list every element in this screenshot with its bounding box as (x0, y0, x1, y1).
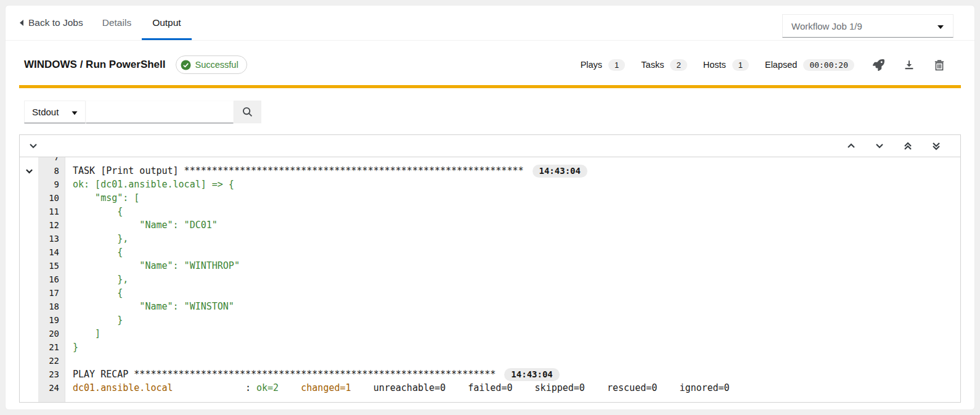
console-line: 20 ] (20, 327, 960, 340)
stat-elapsed: Elapsed 00:00:20 (765, 59, 854, 71)
line-text: }, (65, 232, 128, 245)
tab-output[interactable]: Output (142, 6, 192, 40)
console-line: 15 "Name": "WINTHROP" (20, 259, 960, 273)
line-number[interactable]: 15 (38, 259, 65, 273)
relaunch-button[interactable] (873, 59, 884, 71)
rocket-icon (873, 59, 884, 71)
output-viewport[interactable]: 7 8TASK [Print output] *****************… (20, 157, 960, 402)
scroll-previous-button[interactable] (847, 143, 855, 149)
job-output-page: Back to Jobs Details Output Workflow Job… (5, 5, 975, 410)
workflow-job-select-value: Workflow Job 1/9 (791, 21, 862, 31)
console-line: 12 "Name": "DC01" (20, 218, 960, 232)
job-title: WINDOWS / Run PowerShell (24, 59, 166, 71)
delete-job-button[interactable] (934, 59, 945, 71)
search-button[interactable] (234, 101, 261, 123)
job-header: WINDOWS / Run PowerShell Successful Play… (6, 41, 974, 85)
line-number[interactable]: 18 (38, 300, 65, 313)
line-number[interactable]: 11 (38, 205, 65, 218)
scroll-to-bottom-button[interactable] (932, 142, 941, 150)
line-number[interactable]: 23 (38, 368, 65, 381)
line-text: { (65, 286, 123, 300)
stdout-filter-select[interactable]: Stdout (24, 101, 86, 123)
console-line: 10 "msg": [ (20, 191, 960, 205)
chevron-down-icon (937, 21, 944, 31)
line-number[interactable]: 12 (38, 218, 65, 232)
expand-task-chevron-icon (25, 168, 33, 174)
console-line: 22 (20, 354, 960, 368)
plays-count-badge: 1 (608, 59, 625, 71)
line-number[interactable]: 9 (38, 178, 65, 191)
chevron-down-icon (29, 143, 38, 149)
line-text: PLAY RECAP *****************************… (65, 368, 560, 381)
stdout-filter-value: Stdout (32, 107, 59, 117)
expand-task-toggle[interactable] (20, 168, 38, 174)
line-number[interactable]: 8 (38, 164, 65, 178)
line-number[interactable]: 24 (38, 381, 65, 395)
line-text: "Name": "DC01" (65, 218, 218, 232)
back-to-jobs-link[interactable]: Back to Jobs (19, 6, 92, 40)
line-number[interactable]: 14 (38, 245, 65, 259)
timestamp-badge: 14:43:04 (533, 165, 587, 178)
double-chevron-down-icon (932, 142, 941, 150)
line-number[interactable]: 20 (38, 327, 65, 340)
line-text: ok: [dc01.ansible.local] => { (65, 178, 234, 191)
stat-plays: Plays 1 (581, 59, 626, 71)
console-line: 21} (20, 340, 960, 354)
console-line: 16 }, (20, 273, 960, 286)
line-number[interactable]: 13 (38, 232, 65, 245)
status-badge[interactable]: Successful (176, 55, 247, 74)
line-text: { (65, 245, 123, 259)
line-number[interactable]: 10 (38, 191, 65, 205)
line-text: } (65, 313, 123, 327)
scroll-next-button[interactable] (875, 143, 884, 149)
tab-details[interactable]: Details (92, 6, 142, 40)
double-chevron-up-icon (904, 142, 912, 150)
console-line: 14 { (20, 245, 960, 259)
console-line: 13 }, (20, 232, 960, 245)
line-number[interactable]: 16 (38, 273, 65, 286)
download-icon (904, 59, 915, 70)
scroll-controls (847, 142, 941, 150)
chevron-down-icon (875, 143, 884, 149)
console-line: 19 } (20, 313, 960, 327)
stat-tasks: Tasks 2 (641, 59, 687, 71)
job-actions (873, 59, 945, 71)
job-stats: Plays 1 Tasks 2 Hosts 1 Elapsed 00:00:20 (581, 59, 854, 71)
console-line: 9ok: [dc01.ansible.local] => { (20, 178, 960, 191)
line-text: TASK [Print output] ********************… (65, 164, 587, 178)
line-number[interactable]: 21 (38, 340, 65, 354)
line-text: "Name": "WINSTON" (65, 300, 234, 313)
console-line: 11 { (20, 205, 960, 218)
line-number[interactable]: 17 (38, 286, 65, 300)
line-text: }, (65, 273, 128, 286)
back-caret-icon (19, 19, 24, 27)
search-icon (242, 107, 253, 117)
line-text: } (65, 340, 78, 354)
scroll-to-top-button[interactable] (904, 142, 912, 150)
success-check-icon (181, 60, 191, 70)
trash-icon (934, 59, 945, 71)
console-line: 24dc01.ansible.local : ok=2 changed=1 un… (20, 381, 960, 395)
line-text: { (65, 205, 123, 218)
tab-bar: Back to Jobs Details Output Workflow Job… (6, 6, 974, 41)
line-number[interactable]: 19 (38, 313, 65, 327)
chevron-down-icon (71, 107, 78, 117)
line-number[interactable]: 22 (38, 354, 65, 368)
line-text: "msg": [ (65, 191, 139, 205)
back-to-jobs-label: Back to Jobs (28, 17, 83, 28)
tasks-count-badge: 2 (670, 59, 687, 71)
console-line: 18 "Name": "WINSTON" (20, 300, 960, 313)
console-line: 8TASK [Print output] *******************… (20, 164, 960, 178)
output-console: 7 8TASK [Print output] *****************… (19, 134, 961, 403)
line-number[interactable]: 7 (38, 157, 65, 164)
chevron-up-icon (847, 143, 855, 149)
console-line: 17 { (20, 286, 960, 300)
search-input[interactable] (86, 101, 234, 123)
console-lines: 7 8TASK [Print output] *****************… (20, 157, 960, 395)
download-output-button[interactable] (904, 59, 915, 70)
job-status-bar (19, 85, 961, 88)
elapsed-time-badge: 00:00:20 (803, 59, 854, 71)
filter-row: Stdout (24, 101, 961, 123)
workflow-job-select[interactable]: Workflow Job 1/9 (782, 14, 953, 38)
collapse-all-toggle[interactable] (29, 143, 38, 149)
